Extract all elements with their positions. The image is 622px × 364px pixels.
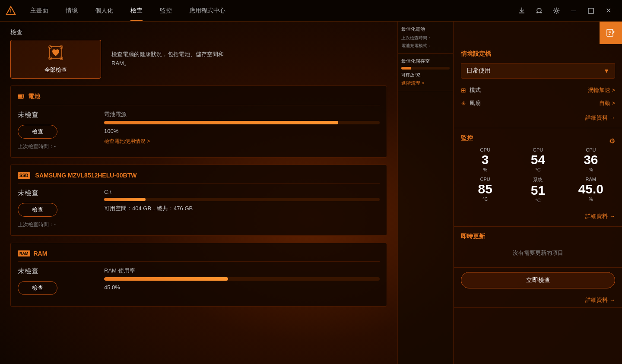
monitor-section-header: 監控 ⚙ xyxy=(461,134,615,147)
battery-detail-link[interactable]: 檢查電池使用情況 > xyxy=(104,138,380,145)
cpu-percent-value: 36 xyxy=(584,153,598,166)
ram-progress-container xyxy=(104,277,380,281)
battery-header: 電池 xyxy=(18,93,380,105)
battery-last-check-label: 上次檢查時間： xyxy=(401,35,450,41)
monitor-cell-ram-percent: RAM 45.0 % xyxy=(567,177,615,203)
no-update-text: 沒有需要更新的項目 xyxy=(461,245,615,261)
advanced-clean-link[interactable]: 進階清理 > xyxy=(401,80,450,86)
storage-section: SSD SAMSUNG MZVL8512HELU-00BTW 未檢查 檢查 上次… xyxy=(10,165,387,236)
ram-percent-unit: % xyxy=(589,196,593,202)
ram-header: RAM RAM xyxy=(18,250,380,262)
gpu-temp-value: 54 xyxy=(531,153,545,166)
svg-rect-14 xyxy=(23,95,24,98)
fan-row-left: ✳ 風扇 xyxy=(461,99,481,107)
ram-details: RAM 使用率 45.0% xyxy=(104,267,380,294)
ssd-icon: SSD xyxy=(18,172,30,179)
hero-section: 全部檢查 檢查電腦的健康狀況，包括電池、儲存空間和 RAM。 xyxy=(0,40,397,85)
nav-scenario[interactable]: 情境 xyxy=(57,0,86,21)
storage-drive-label: C:\ xyxy=(104,189,380,195)
svg-rect-5 xyxy=(540,12,542,13)
battery-progress-fill xyxy=(104,121,338,124)
svg-rect-4 xyxy=(536,12,538,13)
gpu-percent-unit: % xyxy=(483,167,487,172)
storage-optimize-label: 最佳化儲存空 xyxy=(401,58,450,64)
fan-icon: ✳ xyxy=(461,100,466,107)
storage-details: C:\ 可用空間：404 GB，總共：476 GB xyxy=(104,189,380,216)
nav-appstore[interactable]: 應用程式中心 xyxy=(181,0,234,21)
profile-section: 情境設定檔 日常使用 ▼ ⊞ 模式 渦輪加速 > ✳ 風扇 自動 > xyxy=(454,44,622,128)
heart-icon xyxy=(48,45,63,63)
cpu-temp-unit: °C xyxy=(482,196,488,202)
mode-value[interactable]: 渦輪加速 > xyxy=(588,86,615,94)
storage-status-label: 未檢查 xyxy=(18,189,95,198)
battery-check-button[interactable]: 檢查 xyxy=(18,125,57,139)
nav-monitor[interactable]: 監控 xyxy=(151,0,181,21)
monitor-cell-cpu-percent: CPU 36 % xyxy=(567,147,615,172)
download-icon[interactable] xyxy=(515,4,529,18)
monitor-cell-cpu-temp: CPU 85 °C xyxy=(461,177,509,203)
battery-optimize-label: 最佳化電池 xyxy=(401,26,450,32)
gpu-percent-label: GPU xyxy=(480,147,490,152)
storage-check-button[interactable]: 檢查 xyxy=(18,203,57,217)
monitor-gear-button[interactable]: ⚙ xyxy=(609,137,615,145)
ram-title: RAM xyxy=(34,250,48,257)
ram-percent-value: 45.0 xyxy=(578,183,603,196)
sidebar-export-button[interactable] xyxy=(600,22,622,44)
system-temp-value: 51 xyxy=(531,184,545,197)
storage-space-value: 可用空間：404 GB，總共：476 GB xyxy=(104,205,380,212)
ram-body: 未檢查 檢查 RAM 使用率 45.0% xyxy=(18,267,380,299)
svg-rect-2 xyxy=(519,13,524,13)
svg-point-6 xyxy=(555,9,558,12)
ram-progress-fill xyxy=(104,277,228,281)
close-icon[interactable]: ✕ xyxy=(601,4,615,18)
ram-percent-label: RAM xyxy=(586,177,596,182)
storage-header: SSD SAMSUNG MZVL8512HELU-00BTW xyxy=(18,172,380,184)
full-check-card[interactable]: 全部檢查 xyxy=(10,40,101,79)
check-now-button[interactable]: 立即檢查 xyxy=(461,272,615,288)
instant-detail-link[interactable]: 詳細資料 → xyxy=(454,293,622,308)
mode-grid-icon: ⊞ xyxy=(461,87,466,94)
storage-progress-container xyxy=(104,198,380,201)
gear-icon[interactable] xyxy=(549,4,563,18)
cpu-temp-value: 85 xyxy=(478,183,492,196)
gpu-temp-unit: °C xyxy=(535,167,540,172)
ram-section: RAM RAM 未檢查 檢查 RAM 使用率 45.0% xyxy=(10,243,387,307)
middle-panel: 最佳化電池 上次檢查時間： 電池充電模式： 最佳化儲存空 可釋放 92. 進階清… xyxy=(397,22,454,364)
monitor-grid: GPU 3 % GPU 54 °C CPU 36 % CP xyxy=(461,147,615,203)
storage-mini-fill xyxy=(401,67,411,70)
storage-optimize-panel: 最佳化儲存空 可釋放 92. 進階清理 > xyxy=(398,54,453,91)
battery-power-label: 電池電源 xyxy=(104,111,380,118)
battery-icon xyxy=(18,93,25,100)
available-space-text: 可釋放 92. xyxy=(401,72,450,78)
main-nav: 主畫面 情境 個人化 檢查 監控 應用程式中心 xyxy=(22,0,515,21)
cpu-percent-unit: % xyxy=(589,167,593,172)
nav-inspect[interactable]: 檢查 xyxy=(122,0,151,21)
instant-update-title: 即時更新 xyxy=(461,233,615,241)
battery-last-check: 上次檢查時間：- xyxy=(18,143,95,150)
fan-row: ✳ 風扇 自動 > xyxy=(461,97,615,110)
instant-update-section: 即時更新 沒有需要更新的項目 xyxy=(454,227,622,268)
ram-check-button[interactable]: 檢查 xyxy=(18,281,57,295)
monitor-detail-link[interactable]: 詳細資料 → xyxy=(461,208,615,220)
fan-value[interactable]: 自動 > xyxy=(599,99,615,107)
nav-personalize[interactable]: 個人化 xyxy=(86,0,122,21)
storage-last-check: 上次檢查時間：- xyxy=(18,221,95,228)
profile-section-title: 情境設定檔 xyxy=(461,50,615,58)
minimize-icon[interactable]: ─ xyxy=(567,4,581,18)
hero-description: 檢查電腦的健康狀況，包括電池、儲存空間和 RAM。 xyxy=(111,50,224,68)
headset-icon[interactable] xyxy=(532,4,546,18)
monitor-section: 監控 ⚙ GPU 3 % GPU 54 °C CPU xyxy=(454,128,622,227)
ram-status-label: 未檢查 xyxy=(18,267,95,276)
profile-selector[interactable]: 日常使用 ▼ xyxy=(461,63,615,79)
restore-icon[interactable] xyxy=(584,4,598,18)
profile-detail-link[interactable]: 詳細資料 → xyxy=(461,110,615,122)
system-temp-unit: °C xyxy=(535,198,540,203)
nav-home[interactable]: 主畫面 xyxy=(22,0,57,21)
storage-status: 未檢查 檢查 上次檢查時間：- xyxy=(18,189,95,228)
battery-status-label: 未檢查 xyxy=(18,111,95,120)
window-controls: ─ ✕ xyxy=(515,4,622,18)
mode-label: 模式 xyxy=(470,86,481,94)
mode-row-left: ⊞ 模式 xyxy=(461,86,481,94)
app-logo xyxy=(0,0,22,22)
mode-row: ⊞ 模式 渦輪加速 > xyxy=(461,84,615,97)
